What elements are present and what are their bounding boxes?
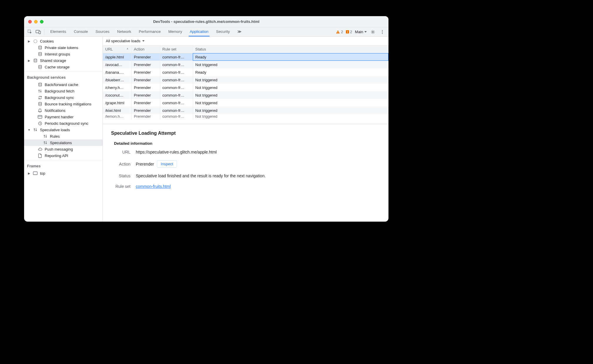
sidebar-item-reporting-api[interactable]: Reporting API [24,152,103,159]
column-header-status[interactable]: Status [193,45,388,53]
cell-status: Not triggered [193,76,388,84]
chevron-down-icon[interactable]: ▼ [28,128,31,132]
chevron-right-icon[interactable]: ▶ [28,59,31,62]
sidebar-item-background-fetch[interactable]: Background fetch [24,88,103,94]
ruleset-link[interactable]: common-fruits.html [136,184,171,189]
label-ruleset: Rule set [114,184,130,189]
caret-down-icon [142,40,145,42]
cell-ruleset: common-fr… [160,99,193,107]
cell-ruleset: common-fr… [160,114,193,120]
sidebar-item-background-sync[interactable]: Background sync [24,94,103,101]
tab-memory[interactable]: Memory [167,27,183,36]
speculations-panel: All speculative loads URL▲ Action Rule s… [103,37,388,222]
tab-network[interactable]: Network [116,27,133,36]
sidebar-item-rules[interactable]: Rules [24,133,103,139]
issue-square-icon: ! [346,30,349,33]
inspect-button[interactable]: Inspect [157,160,177,168]
sidebar-item-label: Background sync [45,95,74,100]
updown-icon [38,89,42,93]
table-row[interactable]: /apple.htmlPrerendercommon-fr…Ready [103,53,388,61]
cell-action: Prerender [131,76,160,84]
tab-security[interactable]: Security [215,27,231,36]
table-row[interactable]: /kiwi.htmlPrerendercommon-fr…Not trigger… [103,107,388,114]
sidebar-item-private-state-tokens[interactable]: Private state tokens [24,44,103,51]
tab-application[interactable]: Application [189,27,210,36]
sidebar-item-label: Private state tokens [45,45,78,50]
sidebar-item-bounce-tracking-mitigations[interactable]: Bounce tracking mitigations [24,101,103,107]
cell-status: Ready [193,68,388,76]
chevron-right-icon[interactable]: ▶ [28,172,31,175]
cell-action: Prerender [131,107,160,114]
cell-action: Prerender [131,68,160,76]
inspect-element-icon[interactable] [26,27,34,36]
card-icon [38,114,42,119]
tabs-overflow-button[interactable]: ≫ [236,27,242,36]
cell-url: /grape.html [103,99,131,107]
sidebar-item-push-messaging[interactable]: Push messaging [24,146,103,152]
console-warnings-badge[interactable]: 2 [336,30,343,34]
cell-status: Ready [193,53,388,61]
tab-performance[interactable]: Performance [138,27,162,36]
settings-button[interactable] [370,30,376,34]
svg-rect-4 [338,33,338,33]
sidebar-item-back-forward-cache[interactable]: Back/forward cache [24,81,103,88]
table-row[interactable]: /cherry.h…Prerendercommon-fr…Not trigger… [103,84,388,91]
target-selector[interactable]: Main [355,30,367,34]
sidebar-item-cache-storage[interactable]: Cache storage [24,64,103,70]
toolbar-divider [44,29,44,35]
sidebar-item-interest-groups[interactable]: Interest groups [24,51,103,57]
sidebar-item-cookies[interactable]: ▶Cookies [24,38,103,44]
table-row[interactable]: /avocad…Prerendercommon-fr…Not triggered [103,61,388,68]
sidebar-item-top[interactable]: ▶top [24,170,103,176]
sidebar-item-label: Push messaging [45,147,73,151]
more-options-button[interactable] [379,30,386,34]
devtools-window: DevTools - speculative-rules.glitch.me/c… [24,16,388,222]
cell-action: Prerender [131,61,160,68]
cell-action: Prerender [131,99,160,107]
table-row[interactable]: /grape.htmlPrerendercommon-fr…Not trigge… [103,99,388,107]
sidebar-item-notifications[interactable]: Notifications [24,107,103,114]
warning-triangle-icon [336,30,340,34]
updown-icon [33,127,38,132]
column-header-url[interactable]: URL▲ [103,45,131,53]
sidebar-item-periodic-background-sync[interactable]: Periodic background sync [24,120,103,127]
sidebar-item-shared-storage[interactable]: ▶Shared storage [24,57,103,64]
db-icon [33,58,38,63]
db-icon [38,102,42,106]
tab-console[interactable]: Console [73,27,89,36]
device-toolbar-icon[interactable] [34,27,42,36]
window-close-button[interactable] [28,20,32,23]
column-header-action[interactable]: Action [131,45,160,53]
issues-count: 2 [350,30,352,34]
window-minimize-button[interactable] [34,20,38,23]
table-row[interactable]: /coconut…Prerendercommon-fr…Not triggere… [103,91,388,99]
table-row[interactable]: /lemon.h…Prerendercommon-fr…Not triggere… [103,114,388,120]
sidebar-item-speculations[interactable]: Speculations [24,139,103,146]
speculative-loads-filter[interactable]: All speculative loads [103,37,388,45]
cell-status: Not triggered [193,99,388,107]
speculation-details: Speculative Loading Attempt Detailed inf… [103,124,388,222]
updown-icon [43,134,48,139]
cell-url: /lemon.h… [103,114,131,120]
cell-ruleset: common-fr… [160,91,193,99]
sidebar-item-label: top [40,171,45,176]
window-zoom-button[interactable] [40,20,43,23]
frame-icon [33,171,38,176]
tab-sources[interactable]: Sources [94,27,111,36]
cell-status: Not triggered [193,91,388,99]
svg-point-13 [38,65,41,66]
chevron-right-icon[interactable]: ▶ [28,40,31,43]
table-row[interactable]: /blueberr…Prerendercommon-fr…Not trigger… [103,76,388,84]
sidebar-item-speculative-loads[interactable]: ▼Speculative loads [24,127,103,133]
svg-point-12 [34,59,37,60]
svg-point-10 [38,46,41,47]
table-row[interactable]: /banana.…Prerendercommon-fr…Ready [103,68,388,76]
cell-status: Not triggered [193,114,388,120]
caret-down-icon [364,31,367,33]
tab-elements[interactable]: Elements [49,27,67,36]
devtools-toolbar: Elements Console Sources Network Perform… [24,27,388,37]
issues-badge[interactable]: ! 2 [346,30,352,34]
sidebar-divider [24,71,103,72]
column-header-ruleset[interactable]: Rule set [160,45,193,53]
sidebar-item-payment-handler[interactable]: Payment handler [24,114,103,120]
